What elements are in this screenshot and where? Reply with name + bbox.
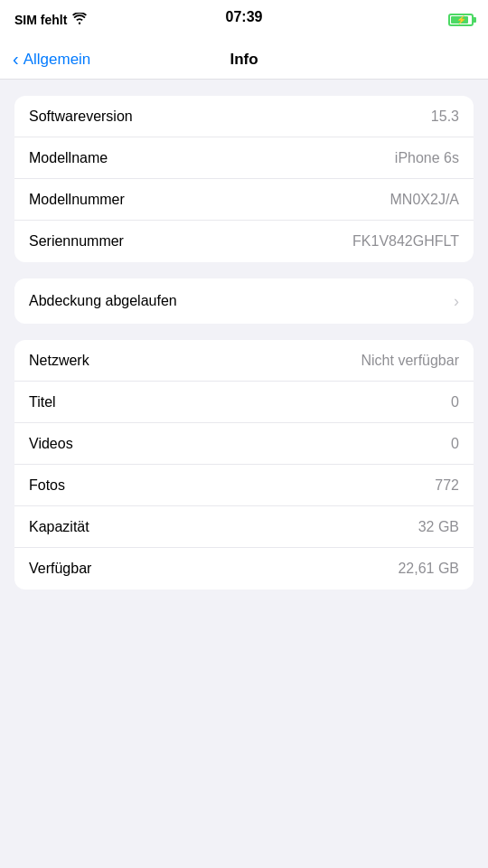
kapazitat-value: 32 GB	[418, 519, 459, 535]
back-label: Allgemein	[23, 51, 91, 69]
fotos-value: 772	[435, 477, 459, 494]
softwareversion-label: Softwareversion	[29, 108, 133, 125]
wifi-icon	[72, 13, 87, 27]
kapazitat-label: Kapazität	[29, 519, 89, 535]
chevron-right-icon: ›	[454, 292, 459, 311]
table-row: Titel 0	[14, 382, 474, 423]
verfugbar-value: 22,61 GB	[398, 561, 459, 577]
table-row: Softwareversion 15.3	[14, 96, 474, 137]
modellname-value: iPhone 6s	[395, 150, 459, 166]
modellnummer-label: Modellnummer	[29, 192, 125, 208]
status-left: SIM fehlt	[14, 13, 87, 27]
seriennummer-value: FK1V842GHFLT	[352, 233, 459, 250]
coverage-row[interactable]: Abdeckung abgelaufen ›	[14, 278, 474, 324]
table-row: Kapazität 32 GB	[14, 506, 474, 548]
device-info-section: Softwareversion 15.3 Modellname iPhone 6…	[14, 96, 474, 262]
battery-icon: ⚡	[448, 14, 474, 26]
status-time: 07:39	[226, 9, 263, 25]
carrier-label: SIM fehlt	[14, 13, 67, 27]
netzwerk-value: Nicht verfügbar	[361, 353, 460, 369]
videos-label: Videos	[29, 436, 73, 452]
status-bar: SIM fehlt 07:39 ⚡	[0, 0, 488, 40]
back-button[interactable]: ‹ Allgemein	[13, 49, 90, 70]
coverage-label: Abdeckung abgelaufen	[29, 293, 177, 309]
page-title: Info	[230, 51, 258, 69]
table-row: Modellname iPhone 6s	[14, 137, 474, 179]
netzwerk-label: Netzwerk	[29, 353, 89, 369]
table-row: Seriennummer FK1V842GHFLT	[14, 221, 474, 262]
table-row: Verfügbar 22,61 GB	[14, 548, 474, 590]
table-row: Fotos 772	[14, 465, 474, 506]
titel-value: 0	[451, 394, 459, 410]
back-chevron-icon: ‹	[13, 49, 19, 70]
table-row: Videos 0	[14, 423, 474, 465]
table-row: Modellnummer MN0X2J/A	[14, 179, 474, 221]
modellnummer-value: MN0X2J/A	[390, 192, 459, 208]
modellname-label: Modellname	[29, 150, 108, 166]
table-row: Netzwerk Nicht verfügbar	[14, 340, 474, 382]
coverage-section: Abdeckung abgelaufen ›	[14, 278, 474, 324]
seriennummer-label: Seriennummer	[29, 233, 124, 250]
titel-label: Titel	[29, 394, 56, 410]
nav-header: ‹ Allgemein Info	[0, 40, 488, 80]
content: Softwareversion 15.3 Modellname iPhone 6…	[0, 80, 488, 606]
videos-value: 0	[451, 436, 459, 452]
fotos-label: Fotos	[29, 477, 65, 494]
softwareversion-value: 15.3	[431, 108, 459, 125]
status-right: ⚡	[448, 14, 474, 26]
verfugbar-label: Verfügbar	[29, 561, 91, 577]
storage-info-section: Netzwerk Nicht verfügbar Titel 0 Videos …	[14, 340, 474, 590]
